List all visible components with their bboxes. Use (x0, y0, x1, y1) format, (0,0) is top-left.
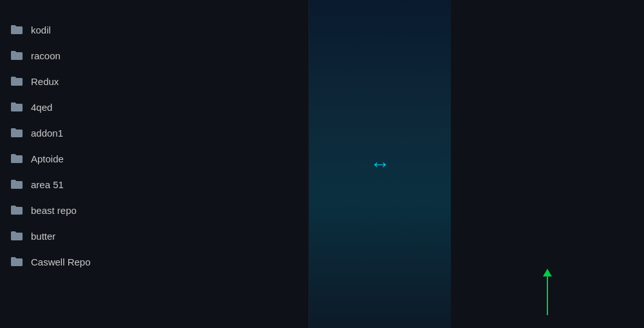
list-item-label: area 51 (31, 179, 64, 190)
left-panel: kodil racoon Redux 4qed addon1 Aptoide a… (0, 0, 309, 328)
arrow-line (547, 276, 548, 315)
app-container: kodil racoon Redux 4qed addon1 Aptoide a… (0, 0, 644, 328)
middle-panel: ↔ (309, 0, 451, 328)
list-item-label: Caswell Repo (31, 256, 91, 267)
folder-icon (10, 75, 23, 88)
arrow-up-indicator (543, 269, 552, 315)
list-item[interactable]: area 51 (0, 171, 308, 197)
list-item-label: Aptoide (31, 153, 64, 164)
folder-icon (10, 23, 23, 36)
list-item[interactable]: Redux (0, 68, 308, 94)
list-item[interactable]: addon1 (0, 120, 308, 146)
list-item[interactable]: kodil (0, 17, 308, 43)
left-file-list: kodil racoon Redux 4qed addon1 Aptoide a… (0, 17, 308, 328)
list-item[interactable]: butter (0, 223, 308, 249)
folder-icon (10, 229, 23, 242)
folder-icon (10, 49, 23, 62)
folder-icon (10, 178, 23, 191)
list-item-label: kodil (31, 24, 51, 35)
folder-icon (10, 204, 23, 217)
folder-icon (10, 126, 23, 139)
list-item[interactable]: Caswell Repo (0, 249, 308, 275)
swap-icon: ↔ (370, 152, 390, 176)
folder-icon (10, 152, 23, 165)
list-item-label: racoon (31, 50, 61, 61)
arrow-head (543, 269, 552, 276)
list-item-label: 4qed (31, 102, 52, 113)
list-item-label: addon1 (31, 128, 63, 139)
list-item-label: Redux (31, 76, 59, 87)
list-item[interactable]: beast repo (0, 197, 308, 223)
list-item[interactable]: Aptoide (0, 146, 308, 171)
page-title (0, 0, 308, 17)
list-item-label: beast repo (31, 205, 77, 216)
list-item[interactable]: 4qed (0, 94, 308, 120)
list-item[interactable]: racoon (0, 43, 308, 68)
folder-icon (10, 101, 23, 113)
folder-icon (10, 255, 23, 268)
list-item-label: butter (31, 231, 55, 242)
right-panel (451, 0, 644, 328)
